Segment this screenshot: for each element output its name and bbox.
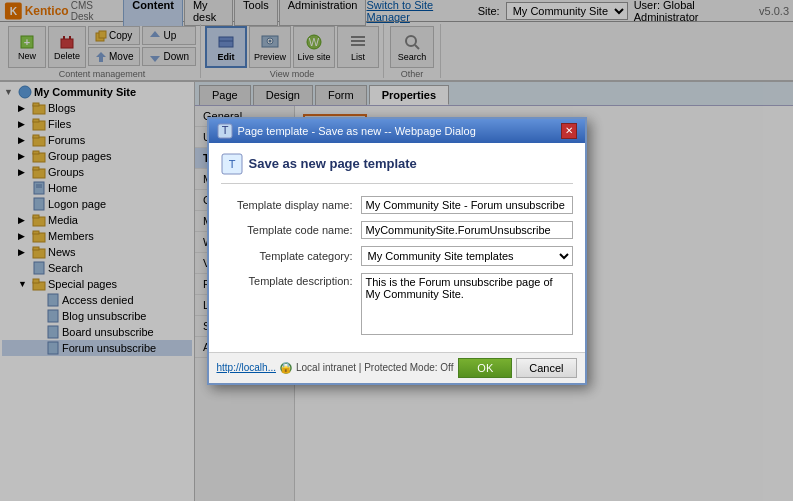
dialog-body: T Save as new page template Template dis…: [209, 143, 585, 352]
ok-button[interactable]: OK: [458, 358, 512, 378]
dialog-title-bar: T Page template - Save as new -- Webpage…: [209, 119, 585, 143]
dialog-header-icon: T: [221, 153, 243, 175]
dialog-title-text: Page template - Save as new -- Webpage D…: [238, 125, 476, 137]
intranet-status: Local intranet | Protected Mode: Off: [296, 362, 454, 373]
dialog-url[interactable]: http://localh...: [217, 362, 276, 373]
form-input-display-name[interactable]: [361, 196, 573, 214]
dialog-header-text: Save as new page template: [249, 156, 417, 171]
dialog-footer: http://localh... 🔒 Local intranet | Prot…: [209, 352, 585, 383]
svg-text:T: T: [228, 158, 235, 170]
form-input-code-name[interactable]: [361, 221, 573, 239]
form-label-display-name: Template display name:: [221, 199, 361, 211]
svg-text:🔒: 🔒: [280, 362, 292, 374]
form-label-category: Template category:: [221, 250, 361, 262]
dialog-overlay: T Page template - Save as new -- Webpage…: [0, 0, 793, 501]
form-row-description: Template description: This is the Forum …: [221, 273, 573, 335]
dialog: T Page template - Save as new -- Webpage…: [207, 117, 587, 385]
form-row-code-name: Template code name:: [221, 221, 573, 239]
cancel-button[interactable]: Cancel: [516, 358, 576, 378]
dialog-icon: T: [217, 123, 233, 139]
form-textarea-description[interactable]: This is the Forum unsubscribe page of My…: [361, 273, 573, 335]
form-select-category[interactable]: My Community Site templates: [361, 246, 573, 266]
svg-text:T: T: [221, 124, 228, 136]
form-row-category: Template category: My Community Site tem…: [221, 246, 573, 266]
dialog-header: T Save as new page template: [221, 153, 573, 184]
dialog-status-area: http://localh... 🔒 Local intranet | Prot…: [217, 362, 454, 374]
dialog-close-button[interactable]: ✕: [561, 123, 577, 139]
intranet-icon: 🔒: [280, 362, 292, 374]
dialog-action-buttons: OK Cancel: [458, 358, 576, 378]
dialog-title-content: T Page template - Save as new -- Webpage…: [217, 123, 476, 139]
form-label-description: Template description:: [221, 273, 361, 287]
form-row-display-name: Template display name:: [221, 196, 573, 214]
form-label-code-name: Template code name:: [221, 224, 361, 236]
